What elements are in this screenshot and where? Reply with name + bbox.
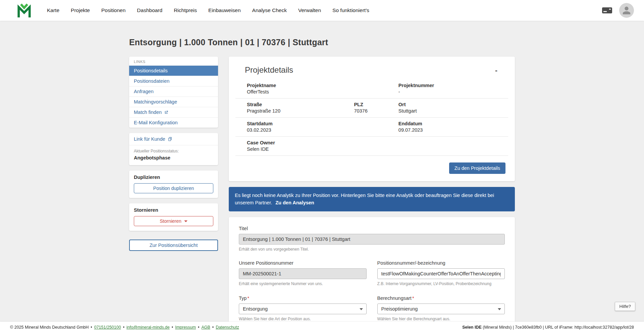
- session-user: Selen IDE: [462, 325, 482, 330]
- sidebar-item-label: Positionsdateien: [134, 78, 169, 84]
- sidebar-item-label: Matchingvorschläge: [134, 99, 177, 105]
- person-icon: [622, 6, 631, 15]
- nav-item-karte[interactable]: Karte: [47, 7, 59, 13]
- project-row-address: Straße Pragstraße 120 PLZ 70376 Ort Stut…: [235, 98, 508, 118]
- projektnummer-label: Projektnummer: [398, 83, 508, 88]
- email-link[interactable]: info@mineral-minds.de: [126, 325, 170, 330]
- footer: © 2025 Mineral Minds Deutschland GmbH • …: [0, 322, 644, 333]
- berechnungsart-select-value: Preisoptimierung: [381, 306, 418, 312]
- navbar-right: [602, 3, 634, 18]
- titel-input: [239, 234, 505, 245]
- projektname-value: OfferTests: [247, 89, 398, 94]
- project-row-dates: Startdatum 03.02.2023 Enddatum 09.07.202…: [235, 118, 508, 137]
- ort-label: Ort: [398, 102, 508, 107]
- external-link-icon: [164, 110, 168, 115]
- bullet-separator: •: [91, 325, 92, 330]
- link-fuer-kunde-label: Link für Kunde: [134, 136, 165, 142]
- positionsnummer-label: Unsere Positionsnummer: [239, 260, 367, 266]
- project-row-name: Projektname OfferTests Projektnummer -: [235, 79, 508, 98]
- berechnungsart-field: Berechnungsart* Preisoptimierung Wählen …: [377, 295, 505, 321]
- agb-link[interactable]: AGB: [201, 325, 210, 330]
- analytics-banner: Es liegt noch keine Analytik zu Ihrer Po…: [229, 187, 515, 211]
- position-duplizieren-button[interactable]: Position duplizieren: [134, 183, 213, 193]
- sidebar-item-positionsdateien[interactable]: Positionsdateien: [129, 76, 218, 86]
- sidebar-item-email-konfiguration[interactable]: E-Mail Konfiguration: [129, 117, 218, 128]
- projektname-label: Projektname: [247, 83, 398, 88]
- nav-links: Karte Projekte Positionen Dashboard Rich…: [47, 7, 369, 13]
- titel-label: Titel: [239, 226, 505, 231]
- status-value: Angebotsphase: [134, 155, 213, 160]
- typ-select-value: Entsorgung: [243, 306, 268, 312]
- plz-value: 70376: [354, 108, 398, 114]
- startdatum-value: 03.02.2023: [247, 127, 398, 133]
- zur-positionsuebersicht-button[interactable]: Zur Positionsübersicht: [129, 240, 218, 251]
- link-fuer-kunde[interactable]: Link für Kunde: [129, 133, 218, 145]
- typ-helper: Wählen Sie hier die Art der Position aus…: [239, 317, 367, 321]
- sidebar-item-positionsdetails[interactable]: Positionsdetails: [129, 65, 218, 76]
- sidebar-item-label: Positionsdetails: [134, 68, 168, 73]
- status-label: Aktueller Positionsstatus:: [134, 149, 213, 153]
- titel-field: Titel Erhält den von uns vorgegebenen Ti…: [239, 226, 505, 252]
- berechnungsart-helper: Wählen Sie hier die Berechnungsart aus.: [377, 317, 505, 321]
- top-navbar: Karte Projekte Positionen Dashboard Rich…: [0, 0, 644, 21]
- sidebar-item-label: Anfragen: [134, 89, 154, 94]
- positionsnummer-helper: Erhält eine systemgenerierte Nummer von …: [239, 281, 367, 286]
- sidebar-item-label: E-Mail Konfiguration: [134, 120, 178, 125]
- enddatum-label: Enddatum: [398, 121, 508, 126]
- links-header: LINKS: [129, 57, 218, 65]
- nav-item-richtpreis[interactable]: Richtpreis: [174, 7, 197, 13]
- nav-item-verwalten[interactable]: Verwalten: [298, 7, 321, 13]
- bullet-separator: •: [198, 325, 199, 330]
- positionsnummer-field: Unsere Positionsnummer Erhält eine syste…: [239, 260, 367, 286]
- collapse-button[interactable]: -: [493, 66, 499, 74]
- plz-label: PLZ: [354, 102, 398, 107]
- bezeichnung-input[interactable]: [377, 268, 505, 279]
- nav-item-einbauweisen[interactable]: Einbauweisen: [208, 7, 241, 13]
- bullet-separator: •: [123, 325, 124, 330]
- sidebar-item-label: Match finden: [134, 110, 162, 115]
- mineral-minds-logo[interactable]: [16, 2, 32, 18]
- stornieren-button[interactable]: Stornieren: [134, 216, 213, 226]
- impressum-link[interactable]: Impressum: [175, 325, 196, 330]
- sidebar-item-match-finden[interactable]: Match finden: [129, 107, 218, 117]
- nav-item-so-funktionierts[interactable]: So funktioniert's: [332, 7, 369, 13]
- copyright-text: © 2025 Mineral Minds Deutschland GmbH: [10, 325, 89, 330]
- chevron-down-icon: [498, 308, 501, 310]
- stornieren-card: Stornieren Stornieren: [129, 203, 218, 231]
- device-icon[interactable]: [602, 7, 612, 14]
- case-owner-label: Case Owner: [247, 140, 508, 145]
- zu-den-analysen-link[interactable]: Zu den Analysen: [275, 200, 314, 205]
- startdatum-label: Startdatum: [247, 121, 398, 126]
- sidebar-item-anfragen[interactable]: Anfragen: [129, 86, 218, 96]
- nav-item-projekte[interactable]: Projekte: [71, 7, 90, 13]
- strasse-label: Straße: [247, 102, 354, 107]
- duplizieren-header: Duplizieren: [134, 175, 213, 180]
- strasse-value: Pragstraße 120: [247, 108, 354, 114]
- typ-label: Typ*: [239, 295, 367, 301]
- bezeichnung-helper: Z.B. Interne-Vorgangsnummer, LV-Position…: [377, 281, 505, 286]
- duplizieren-card: Duplizieren Position duplizieren: [129, 171, 218, 198]
- session-info: Selen IDE (Mineral Minds) | 7ce360e83fb0…: [462, 325, 634, 330]
- logo-m-icon: [16, 3, 32, 18]
- required-asterisk: *: [247, 295, 249, 301]
- zu-den-projektdetails-button[interactable]: Zu den Projektdetails: [449, 162, 505, 174]
- nav-item-positionen[interactable]: Positionen: [101, 7, 125, 13]
- nav-item-analyse-check[interactable]: Analyse Check: [252, 7, 287, 13]
- project-row-owner: Case Owner Selen IDE: [235, 137, 508, 156]
- phone-link[interactable]: 07151/250100: [94, 325, 121, 330]
- nav-item-dashboard[interactable]: Dashboard: [137, 7, 162, 13]
- position-status-block: Aktueller Positionsstatus: Angebotsphase: [129, 145, 218, 165]
- chevron-down-icon: [360, 308, 363, 310]
- datenschutz-link[interactable]: Datenschutz: [216, 325, 239, 330]
- stornieren-header: Stornieren: [134, 207, 213, 213]
- typ-select[interactable]: Entsorgung: [239, 304, 367, 314]
- sidebar-item-matchingvorschlaege[interactable]: Matchingvorschläge: [129, 96, 218, 107]
- projektdetails-card: Projektdetails - Projektname OfferTests …: [229, 57, 515, 181]
- sidebar: LINKS Positionsdetails Positionsdateien …: [129, 57, 218, 251]
- hilfe-button[interactable]: Hilfe?: [615, 302, 635, 311]
- berechnungsart-select[interactable]: Preisoptimierung: [377, 304, 505, 314]
- user-avatar[interactable]: [619, 3, 634, 18]
- titel-helper: Erhält den von uns vorgegebenen Titel.: [239, 247, 505, 252]
- copy-icon: [168, 137, 172, 141]
- projektdetails-title: Projektdetails: [245, 65, 293, 75]
